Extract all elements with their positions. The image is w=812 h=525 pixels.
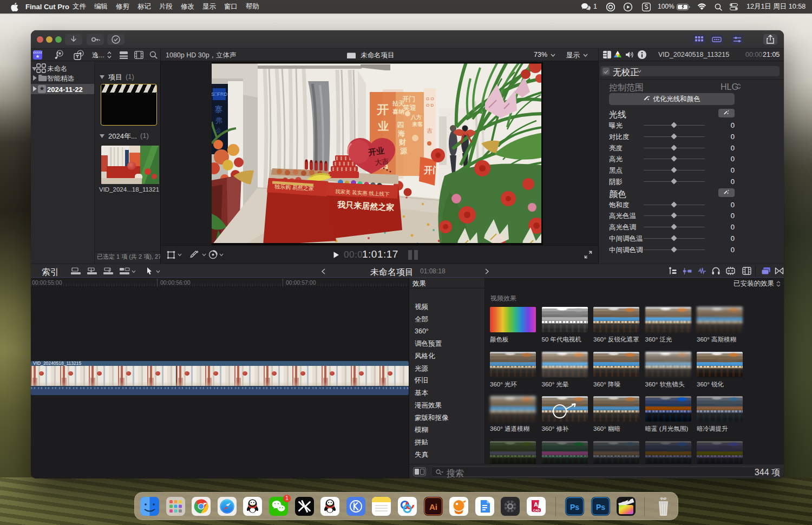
svg-text:海: 海 <box>397 129 405 137</box>
svg-text:Ai: Ai <box>429 502 437 511</box>
svg-text:开门: 开门 <box>423 165 441 175</box>
svg-text:寨: 寨 <box>215 104 223 114</box>
svg-text:S□FRD: S□FRD <box>212 91 227 97</box>
svg-text:O D: O D <box>426 103 434 108</box>
svg-text:喜纳: 喜纳 <box>392 108 404 115</box>
svg-text:弗: 弗 <box>215 116 222 124</box>
svg-text:源: 源 <box>400 147 408 155</box>
svg-text:财: 财 <box>398 138 406 146</box>
svg-text:开: 开 <box>376 103 389 116</box>
svg-text:CAD: CAD <box>533 509 540 512</box>
svg-text:A: A <box>534 501 538 508</box>
svg-text:业: 业 <box>378 120 389 132</box>
svg-text:笑迎: 笑迎 <box>403 104 416 111</box>
svg-text:来客: 来客 <box>411 121 423 127</box>
svg-text:Ps: Ps <box>570 503 579 511</box>
svg-text:Ps: Ps <box>595 503 605 511</box>
svg-text:吉: 吉 <box>427 128 433 134</box>
svg-text:G O: G O <box>426 96 434 101</box>
svg-text:八方: 八方 <box>410 114 422 120</box>
svg-text:四: 四 <box>397 121 404 129</box>
svg-text:开门: 开门 <box>402 95 415 103</box>
